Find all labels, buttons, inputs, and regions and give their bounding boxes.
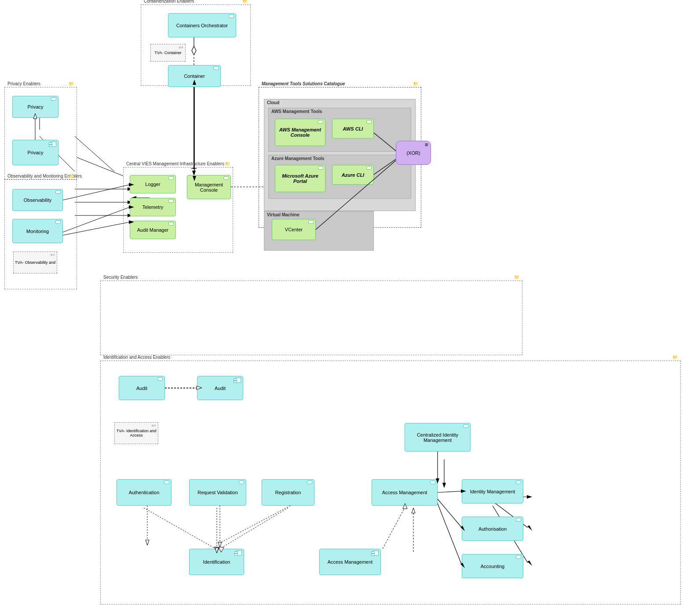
request-validation-node[interactable]: Request Validation (189, 479, 246, 506)
comp-icon (236, 550, 242, 556)
access-management-1-node[interactable]: Access Management (372, 479, 438, 506)
comp-icon (50, 142, 56, 147)
obs-icon: 📁 (69, 174, 74, 179)
node-icon (318, 120, 323, 124)
node-icon (168, 176, 174, 180)
node-icon (213, 66, 219, 70)
node-icon (308, 220, 314, 224)
identity-management-node[interactable]: Identity Management (462, 479, 523, 503)
logger-node[interactable]: Logger (130, 175, 176, 193)
node-icon (366, 120, 372, 124)
vm-label: Virtual Machine (267, 212, 299, 217)
privacy-icon: 📁 (69, 81, 74, 86)
comp-icon (372, 550, 379, 556)
xor-node[interactable]: (XOR) ⊞ (396, 141, 431, 165)
node-icon (55, 190, 61, 194)
node-icon (168, 222, 174, 226)
node-icon (164, 481, 169, 484)
svg-line-79 (77, 157, 123, 176)
node-icon (430, 481, 435, 484)
vcenter-node[interactable]: VCenter (272, 219, 316, 240)
central-label: Central VIES Management Infrastructure E… (126, 161, 224, 166)
security-boundary: Security Enablers 📁 (100, 281, 522, 355)
tva-observability-box[interactable]: ≡+ TVA- Observability and (13, 252, 57, 273)
security-icon: 📁 (514, 275, 519, 280)
privacy-node-1[interactable]: Privacy (12, 96, 58, 118)
privacy-label: Privacy Enablers (7, 81, 40, 86)
identification-icon: 📁 (672, 355, 678, 360)
authorisation-node[interactable]: Authorisation (462, 517, 523, 541)
accounting-node[interactable]: Accounting (462, 554, 523, 578)
observability-node[interactable]: Observability (12, 189, 63, 211)
access-management-2-node[interactable]: Access Management (319, 549, 381, 575)
containerization-label: Containerization Enablers (144, 0, 194, 4)
containerization-icon: 📁 (242, 0, 248, 4)
container-node[interactable]: Container (168, 65, 221, 87)
aws-cli-node[interactable]: AWS CLI (332, 119, 374, 139)
node-icon (463, 424, 468, 428)
audit-manager-node[interactable]: Audit Manager (130, 221, 176, 239)
node-icon (516, 555, 521, 559)
node-icon (516, 481, 521, 484)
azure-cli-node[interactable]: Azure CLI (332, 165, 374, 185)
management-console-node[interactable]: Management Console (187, 175, 231, 199)
authentication-node[interactable]: Authentication (117, 479, 172, 506)
containers-orchestrator-node[interactable]: Containers Orchestrator (168, 13, 236, 37)
node-icon (516, 518, 521, 521)
azure-tools-label: Azure Management Tools (271, 156, 324, 161)
node-icon (307, 481, 312, 484)
node-icon (168, 199, 174, 203)
management-tools-label: Management Tools Solutions Catalogue (262, 81, 345, 86)
identification-label: Identification and Access Enablers (103, 355, 170, 360)
azure-portal-node[interactable]: Microsoft Azure Portal (275, 165, 325, 192)
node-icon (55, 220, 61, 224)
telemetry-node[interactable]: Telemetry (130, 198, 176, 216)
central-icon: 📁 (225, 161, 230, 166)
registration-node[interactable]: Registration (262, 479, 314, 506)
node-icon (229, 15, 234, 18)
management-tools-icon: 📁 (413, 81, 418, 86)
diagram-canvas: Containerization Enablers 📁 Containers O… (0, 0, 690, 616)
tva-identification-box[interactable]: ≡+ TVA- Identification and Access (114, 422, 158, 444)
node-icon (366, 166, 372, 170)
aws-console-node[interactable]: AWS Management Console (275, 119, 325, 146)
cloud-label: Cloud (267, 100, 279, 105)
node-icon (239, 481, 244, 484)
privacy-node-2[interactable]: Privacy (12, 140, 58, 165)
security-label: Security Enablers (103, 275, 138, 280)
node-icon (51, 97, 56, 101)
tva-container-box[interactable]: ≡+ TVA- Container (150, 44, 186, 62)
aws-tools-label: AWS Management Tools (271, 109, 322, 114)
svg-line-45 (75, 136, 114, 171)
node-icon (318, 166, 323, 170)
centralized-identity-node[interactable]: Centralized Identity Management (405, 423, 471, 452)
monitoring-node[interactable]: Monitoring (12, 219, 63, 243)
identification-node[interactable]: Identification (189, 549, 244, 575)
node-icon (223, 176, 229, 180)
